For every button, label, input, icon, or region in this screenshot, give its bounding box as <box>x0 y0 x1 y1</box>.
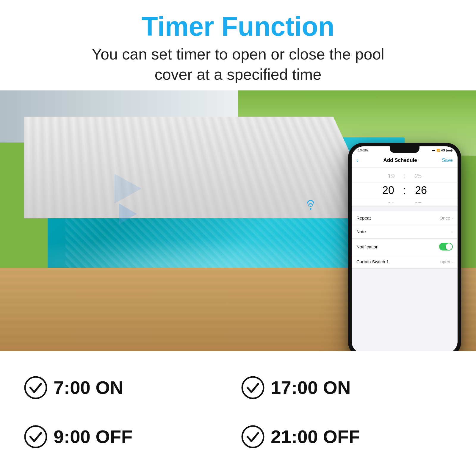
svg-point-1 <box>242 377 264 398</box>
signal-icon: ▪▪▪ <box>432 149 435 152</box>
checkmark-icon-3 <box>241 425 265 449</box>
app-title: Add Schedule <box>383 157 417 163</box>
colon-below: : <box>404 201 405 203</box>
note-row[interactable]: Note › <box>352 225 458 239</box>
svg-point-0 <box>25 377 46 398</box>
repeat-value: Once › <box>439 215 453 220</box>
arrow-large <box>115 174 141 203</box>
minute-active: 26 <box>415 185 427 196</box>
repeat-chevron: › <box>451 216 453 220</box>
curtain-switch-text: open <box>440 259 450 264</box>
repeat-label: Repeat <box>356 215 371 220</box>
phone-frame: 0.3KB/s ▪▪▪ 📶 4G <box>348 143 461 351</box>
motion-arrows <box>119 174 141 218</box>
time-picker[interactable]: 19 : 25 20 : 26 <box>352 167 458 206</box>
phone-device: 0.3KB/s ▪▪▪ 📶 4G <box>348 143 461 351</box>
wifi-icon: 📶 <box>436 149 440 152</box>
colon-active: : <box>403 185 406 196</box>
curtain-switch-chevron: › <box>451 259 453 264</box>
time-row-active: 20 : 26 <box>352 182 458 199</box>
pool-scene: 0.3KB/s ▪▪▪ 📶 4G <box>0 90 476 351</box>
pool-cover <box>24 117 380 218</box>
battery-label: 4G <box>441 149 445 152</box>
schedule-item-0: 7:00 ON <box>24 366 235 409</box>
status-left: 0.3KB/s <box>358 149 369 152</box>
minute-below: 27 <box>414 201 422 203</box>
page-title: Timer Function <box>24 12 452 41</box>
note-label: Note <box>356 229 366 234</box>
repeat-row[interactable]: Repeat Once › <box>352 211 458 225</box>
checkmark-icon-1 <box>24 425 48 449</box>
time-row-above: 19 : 25 <box>352 170 458 182</box>
schedule-item-2: 17:00 ON <box>241 366 452 409</box>
hour-active: 20 <box>382 185 394 196</box>
battery-icon <box>446 149 452 152</box>
phone-screen: 0.3KB/s ▪▪▪ 📶 4G <box>352 146 458 351</box>
schedule-label-3: 21:00 OFF <box>271 426 360 447</box>
notification-toggle[interactable] <box>439 243 453 250</box>
bottom-section: 7:00 ON 17:00 ON 9:00 OFF <box>0 351 476 476</box>
schedule-label-1: 9:00 OFF <box>54 426 132 447</box>
minute-above: 25 <box>414 173 422 179</box>
page-wrapper: Timer Function You can set timer to open… <box>0 0 476 476</box>
curtain-switch-value: open › <box>440 259 453 264</box>
colon-above: : <box>404 173 405 179</box>
time-row-below: 21 : 27 <box>352 199 458 203</box>
hour-above: 19 <box>387 173 394 179</box>
wifi-signal-icon <box>307 200 314 210</box>
status-right: ▪▪▪ 📶 4G <box>432 149 452 152</box>
notification-row[interactable]: Notification <box>352 239 458 255</box>
settings-list: Repeat Once › Note › <box>352 211 458 269</box>
schedule-label-0: 7:00 ON <box>54 377 123 398</box>
svg-point-3 <box>242 426 264 447</box>
schedule-item-1: 9:00 OFF <box>24 415 235 458</box>
back-button[interactable]: ‹ <box>356 157 358 164</box>
page-subtitle: You can set timer to open or close the p… <box>24 44 452 84</box>
schedule-label-2: 17:00 ON <box>271 377 351 398</box>
phone-notch <box>390 146 419 153</box>
arrow-small <box>119 203 137 224</box>
time-picker-inner[interactable]: 19 : 25 20 : 26 <box>352 170 458 203</box>
note-value: › <box>451 229 453 234</box>
battery-fill <box>447 150 451 151</box>
schedule-item-3: 21:00 OFF <box>241 415 452 458</box>
curtain-switch-row[interactable]: Curtain Switch 1 open › <box>352 255 458 269</box>
curtain-switch-label: Curtain Switch 1 <box>356 259 389 264</box>
save-button[interactable]: Save <box>442 158 453 163</box>
toggle-knob <box>446 243 452 250</box>
image-section: 0.3KB/s ▪▪▪ 📶 4G <box>0 90 476 351</box>
notification-label: Notification <box>356 244 378 249</box>
header-section: Timer Function You can set timer to open… <box>0 0 476 90</box>
pool-background: 0.3KB/s ▪▪▪ 📶 4G <box>0 90 476 351</box>
checkmark-icon-0 <box>24 376 48 400</box>
hour-below: 21 <box>387 201 394 203</box>
note-chevron: › <box>451 229 453 234</box>
app-header: ‹ Add Schedule Save <box>352 153 458 167</box>
checkmark-icon-2 <box>241 376 265 400</box>
repeat-text: Once <box>439 215 450 220</box>
svg-point-2 <box>25 426 46 447</box>
